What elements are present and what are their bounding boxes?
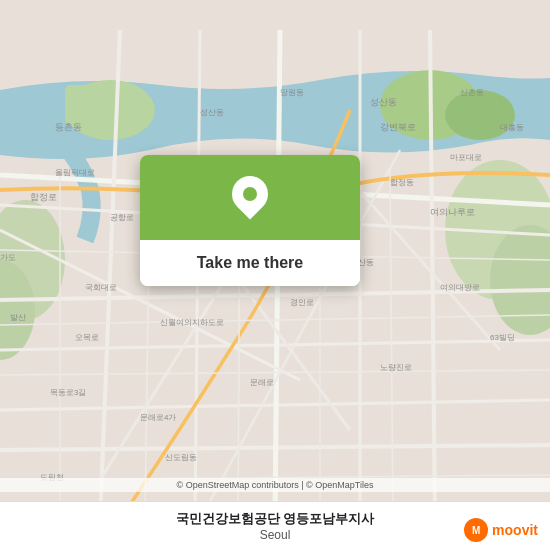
- svg-text:합정로: 합정로: [30, 192, 57, 202]
- svg-text:경인로: 경인로: [290, 298, 314, 307]
- svg-text:성산동: 성산동: [200, 108, 224, 117]
- svg-text:공항로: 공항로: [110, 213, 134, 222]
- svg-text:신도림동: 신도림동: [165, 453, 197, 462]
- svg-text:신촌동: 신촌동: [460, 88, 484, 97]
- moovit-brand-text: moovit: [492, 522, 538, 538]
- location-title: 국민건강보험공단 영등포남부지사: [12, 510, 538, 528]
- moovit-icon: M: [464, 518, 488, 542]
- svg-text:대흥동: 대흥동: [500, 123, 524, 132]
- svg-text:등촌동: 등촌동: [55, 122, 82, 132]
- card-map-header: [140, 155, 360, 240]
- navigation-card: Take me there: [140, 155, 360, 286]
- svg-text:합정동: 합정동: [390, 178, 414, 187]
- svg-rect-2: [65, 85, 120, 125]
- svg-text:국회대로: 국회대로: [85, 283, 117, 292]
- bottom-info-bar: 국민건강보험공단 영등포남부지사 Seoul M moovit: [0, 501, 550, 550]
- svg-text:성산동: 성산동: [370, 97, 397, 107]
- svg-text:신월여의지하도로: 신월여의지하도로: [160, 318, 224, 327]
- take-me-there-button[interactable]: Take me there: [140, 240, 360, 286]
- svg-text:목동로3길: 목동로3길: [50, 388, 86, 397]
- svg-text:여의나루로: 여의나루로: [430, 207, 475, 217]
- map-container: 합정로 국회대로 신월여의지하도로 경인로 당산동5가 당인리 목동로3길 문래…: [0, 0, 550, 550]
- svg-text:오목로: 오목로: [75, 333, 99, 342]
- svg-text:강변북로: 강변북로: [380, 122, 416, 132]
- svg-point-4: [445, 90, 515, 140]
- svg-text:노량진로: 노량진로: [380, 363, 412, 372]
- svg-text:망원동: 망원동: [280, 88, 304, 97]
- svg-text:문래로4가: 문래로4가: [140, 413, 176, 422]
- location-subtitle: Seoul: [12, 528, 538, 542]
- map-attribution: © OpenStreetMap contributors | © OpenMap…: [0, 478, 550, 492]
- svg-text:올림픽대로: 올림픽대로: [55, 168, 95, 177]
- svg-text:여의대방로: 여의대방로: [440, 283, 480, 292]
- svg-text:마포대로: 마포대로: [450, 153, 482, 162]
- svg-text:발산: 발산: [10, 313, 26, 322]
- svg-text:63빌딩: 63빌딩: [490, 333, 515, 342]
- svg-text:가도: 가도: [0, 253, 16, 262]
- location-pin-icon: [232, 176, 268, 220]
- moovit-logo: M moovit: [464, 518, 538, 542]
- svg-text:문래로: 문래로: [250, 378, 274, 387]
